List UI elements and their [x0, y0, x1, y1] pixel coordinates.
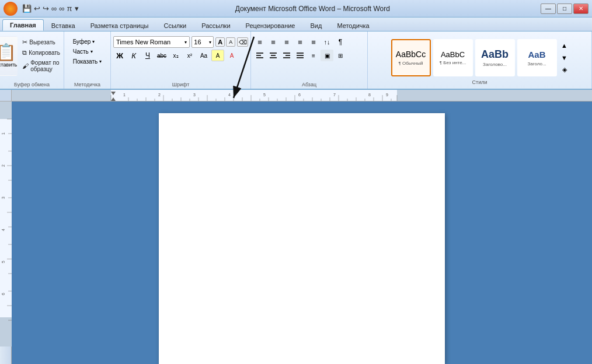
svg-rect-10	[297, 55, 304, 56]
show-dropdown[interactable]: Показать ▾	[71, 57, 104, 66]
bold-button[interactable]: Ж	[113, 50, 126, 61]
subscript-button[interactable]: x₂	[169, 50, 182, 61]
svg-text:2: 2	[1, 164, 5, 167]
style-heading2-preview: AaB	[528, 50, 545, 60]
svg-rect-61	[0, 317, 12, 346]
font-name-arrow: ▾	[184, 40, 187, 45]
svg-rect-7	[285, 55, 290, 56]
paragraph-group: ≡ ≡ ≡ ≡ ≡ ↑↓ ¶	[251, 32, 368, 89]
underline-button[interactable]: Ч	[141, 50, 154, 61]
svg-text:4: 4	[228, 93, 231, 97]
ruler-svg: 1 2 3 4 5 6 7 8 9	[12, 90, 592, 101]
style-no-spacing-label: ¶ Без инте...	[440, 60, 466, 65]
svg-text:6: 6	[1, 293, 5, 295]
numbered-list-button[interactable]: ≡	[267, 36, 280, 48]
highlight-button[interactable]: A	[211, 50, 224, 61]
svg-rect-60	[0, 119, 12, 317]
quick-icon-1[interactable]: ∞	[51, 4, 57, 13]
quick-icon-3[interactable]: π	[67, 4, 72, 13]
office-logo	[4, 2, 18, 16]
metodichka-label: Методичка	[67, 82, 108, 89]
multilevel-list-button[interactable]: ≡	[280, 36, 293, 48]
quick-access-toolbar: 💾 ↩ ↪ ∞ ∞ π ▾	[22, 4, 79, 13]
svg-text:3: 3	[1, 197, 5, 199]
cut-icon: ✂	[22, 38, 27, 46]
svg-text:7: 7	[333, 93, 336, 97]
copy-label: Копировать	[29, 50, 60, 56]
svg-text:5: 5	[1, 261, 5, 263]
tab-custom[interactable]: Методичка	[329, 20, 377, 31]
window-title: Документ Microsoft Office Word – Microso…	[85, 5, 541, 13]
show-marks-button[interactable]: ¶	[334, 36, 347, 48]
buffer-dropdown[interactable]: Буфер ▾	[71, 37, 104, 46]
font-size-decrease[interactable]: A	[226, 37, 235, 47]
strikethrough-button[interactable]: abc	[155, 50, 168, 61]
paste-button[interactable]: 📋 Вставить	[0, 36, 18, 76]
clipboard-group-label: Буфер обмена	[2, 82, 61, 89]
tab-home[interactable]: Главная	[2, 19, 44, 31]
vertical-ruler-svg: 1 2 3 4 5 6	[0, 102, 12, 346]
svg-text:9: 9	[386, 93, 388, 97]
bullet-list-button[interactable]: ≡	[253, 36, 266, 48]
sort-button[interactable]: ↑↓	[321, 36, 333, 48]
redo-icon[interactable]: ↪	[43, 4, 49, 13]
clear-format-button[interactable]: ⌫	[237, 37, 248, 47]
font-name-selector[interactable]: Times New Roman ▾	[113, 36, 190, 48]
superscript-button[interactable]: x²	[183, 50, 196, 61]
workspace: 1 2 3 4 5 6	[0, 102, 592, 364]
horizontal-ruler: 1 2 3 4 5 6 7 8 9	[12, 90, 592, 102]
styles-expand: ◈	[562, 66, 567, 74]
quick-dropdown-icon[interactable]: ▾	[75, 4, 79, 13]
buffer-arrow: ▾	[92, 39, 95, 44]
font-size-increase[interactable]: A	[215, 37, 225, 47]
borders-button[interactable]: ⊞	[334, 50, 347, 61]
svg-text:1: 1	[1, 132, 5, 135]
font-size-selector[interactable]: 16 ▾	[191, 36, 214, 48]
svg-rect-14	[397, 90, 592, 101]
undo-icon[interactable]: ↩	[34, 4, 40, 13]
increase-indent-button[interactable]: ≡	[307, 36, 320, 48]
save-icon[interactable]: 💾	[22, 4, 32, 13]
align-left-button[interactable]	[253, 50, 266, 61]
line-spacing-button[interactable]: ≡	[307, 50, 320, 61]
font-size-controls: A A	[215, 37, 235, 47]
style-normal[interactable]: AaBbCc ¶ Обычный	[391, 39, 431, 76]
cut-label: Вырезать	[29, 39, 55, 46]
svg-rect-1	[256, 55, 261, 56]
style-normal-label: ¶ Обычный	[399, 61, 423, 66]
paste-icon: 📋	[0, 44, 16, 61]
vertical-ruler: 1 2 3 4 5 6	[0, 102, 12, 364]
part-dropdown[interactable]: Часть ▾	[71, 47, 104, 56]
style-heading2[interactable]: AaB Заголо...	[517, 39, 557, 76]
italic-button[interactable]: К	[127, 50, 140, 61]
copy-button[interactable]: ⧉ Копировать	[20, 48, 69, 58]
shading-button[interactable]: ▣	[321, 50, 333, 61]
justify-button[interactable]	[294, 50, 307, 61]
tab-page-layout[interactable]: Разметка страницы	[83, 20, 156, 31]
svg-text:1: 1	[123, 93, 126, 97]
tab-insert[interactable]: Вставка	[44, 20, 83, 31]
format-painter-button[interactable]: 🖌 Формат по образцу	[20, 58, 69, 74]
tab-view[interactable]: Вид	[303, 20, 330, 31]
tab-mailings[interactable]: Рассылки	[194, 20, 238, 31]
font-color-button[interactable]: A	[225, 50, 238, 61]
tab-references[interactable]: Ссылки	[156, 20, 194, 31]
clipboard-group: 📋 Вставить ✂ Вырезать ⧉ Копировать 🖌 Фор…	[0, 32, 64, 89]
minimize-button[interactable]: —	[541, 4, 556, 14]
decrease-indent-button[interactable]: ≡	[294, 36, 307, 48]
cut-button[interactable]: ✂ Вырезать	[20, 37, 69, 47]
font-size-value: 16	[194, 38, 201, 46]
ruler-corner[interactable]	[0, 90, 12, 102]
quick-icon-2[interactable]: ∞	[59, 4, 64, 13]
tab-review[interactable]: Рецензирование	[238, 20, 303, 31]
maximize-button[interactable]: □	[557, 4, 572, 14]
document-page[interactable]	[159, 113, 445, 364]
align-center-button[interactable]	[267, 50, 280, 61]
align-right-button[interactable]	[280, 50, 293, 61]
close-button[interactable]: ✕	[573, 4, 588, 14]
show-label: Показать	[73, 58, 98, 65]
style-no-spacing[interactable]: AaBbC ¶ Без инте...	[433, 39, 473, 76]
styles-more-button[interactable]: ▲ ▼ ◈	[560, 39, 569, 76]
case-button[interactable]: Aa	[197, 50, 210, 61]
style-heading1[interactable]: AaBb Заголово...	[475, 39, 515, 76]
